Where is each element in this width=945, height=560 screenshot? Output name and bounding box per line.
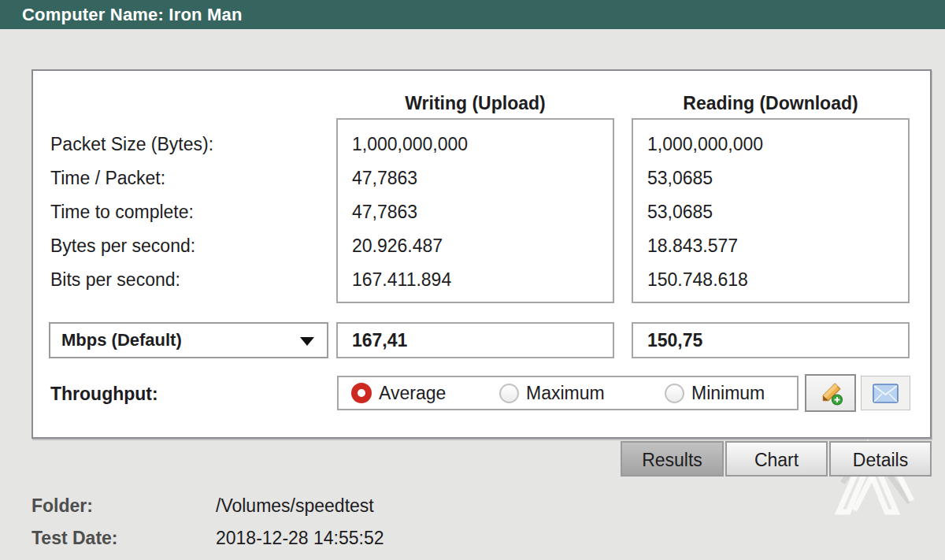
row-label-bits-per-second: Bits per second: [50, 268, 180, 291]
reading-bytes-per-second-value: 18.843.577 [647, 234, 738, 258]
results-panel: Writing (Upload) Reading (Download) Pack… [32, 69, 932, 439]
reading-throughput-field: 150,75 [632, 322, 910, 358]
radio-unselected-icon [665, 384, 684, 403]
writing-bytes-per-second-value: 20.926.487 [352, 234, 443, 258]
test-date-label: Test Date: [32, 526, 118, 550]
radio-maximum-label: Maximum [526, 383, 605, 404]
throughput-label: Throughput: [50, 382, 158, 406]
folder-value: /Volumes/speedtest [216, 494, 374, 517]
reading-time-per-packet-value: 53,0685 [647, 166, 713, 190]
row-label-packet-size: Packet Size (Bytes): [50, 132, 213, 156]
writing-column-header: Writing (Upload) [336, 91, 614, 115]
window-title: Computer Name: Iron Man [0, 5, 243, 25]
radio-selected-icon [351, 383, 372, 403]
radio-unselected-icon [499, 384, 519, 403]
tab-results[interactable]: Results [621, 441, 724, 477]
row-label-time-to-complete: Time to complete: [50, 200, 194, 224]
edit-add-icon [817, 380, 844, 406]
writing-time-to-complete-value: 47,7863 [352, 200, 417, 224]
radio-minimum[interactable]: Minimum [665, 377, 765, 409]
writing-packet-size-value: 1,000,000,000 [352, 132, 468, 156]
radio-average-label: Average [379, 383, 446, 404]
dropdown-arrow-icon [300, 337, 314, 346]
radio-maximum[interactable]: Maximum [499, 377, 605, 409]
email-button[interactable] [861, 376, 910, 410]
email-icon [873, 384, 899, 403]
folder-label: Folder: [32, 494, 93, 517]
radio-minimum-label: Minimum [691, 383, 765, 404]
window-titlebar: Computer Name: Iron Man [0, 0, 945, 29]
row-label-time-per-packet: Time / Packet: [50, 166, 165, 190]
row-label-bytes-per-second: Bytes per second: [50, 234, 195, 258]
edit-add-button[interactable] [805, 374, 856, 412]
reading-packet-size-value: 1,000,000,000 [647, 132, 763, 156]
reading-time-to-complete-value: 53,0685 [647, 200, 713, 224]
unit-select-dropdown[interactable]: Mbps (Default) [49, 322, 328, 358]
unit-select-value: Mbps (Default) [61, 330, 182, 350]
tab-details[interactable]: Details [829, 441, 932, 477]
reading-bits-per-second-value: 150.748.618 [647, 268, 748, 291]
writing-bits-per-second-value: 167.411.894 [352, 268, 451, 291]
throughput-radio-group: Average Maximum Minimum [337, 376, 799, 410]
reading-column-header: Reading (Download) [632, 91, 910, 115]
writing-time-per-packet-value: 47,7863 [352, 166, 417, 190]
tab-chart[interactable]: Chart [725, 441, 828, 477]
radio-average[interactable]: Average [351, 377, 446, 409]
writing-throughput-field: 167,41 [336, 322, 614, 358]
test-date-value: 2018-12-28 14:55:52 [216, 526, 384, 550]
